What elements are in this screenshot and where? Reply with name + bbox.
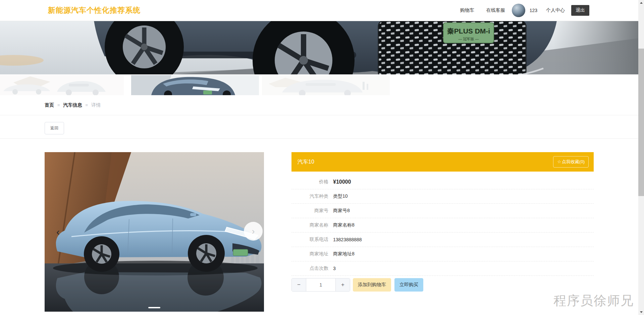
purchase-controls: − + 添加到购物车 立即购买 xyxy=(291,278,594,292)
attribute-value: 商家地址8 xyxy=(333,251,355,257)
carousel-prev-arrow-icon[interactable]: ‹ xyxy=(52,225,64,239)
scrollbar-up-arrow-icon[interactable] xyxy=(638,0,644,6)
product-title-bar: 汽车10 ☆点我收藏(0) xyxy=(291,152,594,172)
product-title: 汽车10 xyxy=(298,159,553,166)
hero-rear-wheel xyxy=(105,21,184,74)
attribute-label: 商家号 xyxy=(291,208,328,214)
quantity-decrease-button[interactable]: − xyxy=(292,278,306,291)
header-nav: 购物车 在线客服 123 个人中心 退出 xyxy=(460,0,589,21)
header: 新能源汽车个性化推荐系统 购物车 在线客服 123 个人中心 退出 xyxy=(0,0,644,21)
app-title: 新能源汽车个性化推荐系统 xyxy=(48,0,141,21)
scrollbar-thumb[interactable] xyxy=(638,49,644,196)
breadcrumb-car-info[interactable]: 汽车信息 xyxy=(63,102,82,108)
breadcrumb-section: 首页 ≡ 汽车信息 ≡ 详情 xyxy=(0,95,644,115)
breadcrumb-home[interactable]: 首页 xyxy=(45,102,54,108)
nav-customer-service[interactable]: 在线客服 xyxy=(486,7,505,13)
breadcrumb: 首页 ≡ 汽车信息 ≡ 详情 xyxy=(45,102,101,108)
attribute-value: ¥10000 xyxy=(333,179,351,185)
attribute-label: 点击次数 xyxy=(291,265,328,271)
collect-button[interactable]: ☆点我收藏(0) xyxy=(553,156,589,168)
attribute-row: 商家号 商家号8 xyxy=(291,204,594,218)
attribute-value: 商家号8 xyxy=(333,208,350,214)
product-car-image xyxy=(45,152,264,312)
attribute-value: 类型10 xyxy=(333,193,348,199)
add-to-cart-button[interactable]: 添加到购物车 xyxy=(353,278,391,292)
nav-cart[interactable]: 购物车 xyxy=(460,7,474,13)
product-image-carousel: ‹ › xyxy=(45,152,264,312)
license-plate: 秦PLUS DM-i — 冠军版 — xyxy=(443,23,494,43)
attribute-row: 联系电话 13823888888 xyxy=(291,233,594,247)
attribute-label: 汽车种类 xyxy=(291,193,328,199)
car-front-wheel xyxy=(188,235,225,272)
username: 123 xyxy=(530,8,537,13)
quantity-stepper: − + xyxy=(291,278,350,292)
page: 新能源汽车个性化推荐系统 购物车 在线客服 123 个人中心 退出 xyxy=(0,0,644,315)
quantity-input[interactable] xyxy=(306,278,335,291)
attribute-label: 联系电话 xyxy=(291,237,328,243)
chevron-right-icon: › xyxy=(252,226,255,237)
attribute-value: 3 xyxy=(333,266,336,271)
attribute-row: 商家名称 商家名称8 xyxy=(291,218,594,233)
page-scrollbar[interactable] xyxy=(638,0,644,315)
svg-text:— 冠军版 —: — 冠军版 — xyxy=(458,37,479,41)
attribute-label: 商家名称 xyxy=(291,222,328,228)
thumbnail-2-active[interactable] xyxy=(131,75,259,95)
thumbnail-1[interactable] xyxy=(0,75,124,95)
svg-text:秦PLUS DM-i: 秦PLUS DM-i xyxy=(447,27,490,35)
breadcrumb-separator-icon: ≡ xyxy=(57,103,60,108)
hero-car-image: 秦PLUS DM-i — 冠军版 — xyxy=(0,21,644,74)
star-icon: ☆ xyxy=(557,159,561,164)
carousel-indicator[interactable] xyxy=(148,307,160,308)
avatar[interactable] xyxy=(512,4,525,17)
carousel-thumbnails xyxy=(0,75,644,95)
scrollbar-down-arrow-icon[interactable] xyxy=(638,309,644,315)
attribute-row: 商家地址 商家地址8 xyxy=(291,247,594,261)
product-detail-panel: 汽车10 ☆点我收藏(0) 价格 ¥10000 汽车种类 类型10 商家号 商家… xyxy=(291,152,594,292)
car-rear-wheel xyxy=(84,236,119,272)
attribute-label: 价格 xyxy=(291,179,328,185)
hero-carousel[interactable]: 秦PLUS DM-i — 冠军版 — xyxy=(0,21,644,74)
attribute-row: 点击次数 3 xyxy=(291,261,594,276)
attribute-value: 13823888888 xyxy=(333,237,362,242)
quantity-increase-button[interactable]: + xyxy=(335,278,350,291)
toolbar: 返回 xyxy=(0,116,644,139)
buy-now-button[interactable]: 立即购买 xyxy=(394,278,423,292)
attribute-row: 汽车种类 类型10 xyxy=(291,189,594,204)
nav-profile[interactable]: 个人中心 xyxy=(546,7,565,13)
product-attributes: 价格 ¥10000 汽车种类 类型10 商家号 商家号8 商家名称 商家名称8 … xyxy=(291,175,594,276)
carousel-next-arrow-icon[interactable]: › xyxy=(244,222,263,241)
thumbnail-3[interactable] xyxy=(262,75,390,95)
attribute-row: 价格 ¥10000 xyxy=(291,175,594,189)
back-button[interactable]: 返回 xyxy=(45,122,64,134)
collect-label: 点我收藏(0) xyxy=(562,159,585,164)
breadcrumb-separator-icon: ≡ xyxy=(86,103,88,108)
attribute-value: 商家名称8 xyxy=(333,222,355,228)
watermark-text: 程序员徐师兄 xyxy=(553,292,634,309)
hero-front-wheel xyxy=(253,21,355,74)
logout-button[interactable]: 退出 xyxy=(571,5,589,16)
attribute-label: 商家地址 xyxy=(291,251,328,257)
breadcrumb-detail: 详情 xyxy=(91,102,101,108)
